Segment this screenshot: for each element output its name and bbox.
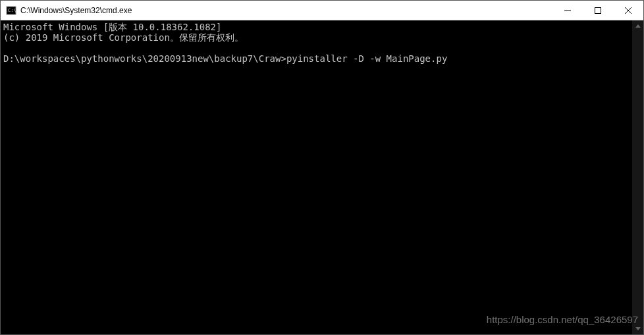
- svg-rect-3: [595, 7, 601, 13]
- typed-command: pyinstaller -D -w MainPage.py: [286, 53, 447, 64]
- prompt-path: D:\workspaces\pythonworks\20200913new\ba…: [3, 53, 286, 64]
- window-controls: [552, 1, 643, 20]
- maximize-button[interactable]: [583, 1, 613, 20]
- vertical-scrollbar[interactable]: [632, 20, 643, 334]
- window-title: C:\Windows\System32\cmd.exe: [20, 6, 552, 15]
- copyright-line: (c) 2019 Microsoft Corporation。保留所有权利。: [3, 32, 244, 43]
- titlebar[interactable]: C:\ C:\Windows\System32\cmd.exe: [1, 1, 643, 20]
- cmd-icon: C:\: [6, 5, 16, 16]
- scroll-up-arrow[interactable]: [632, 20, 643, 32]
- minimize-button[interactable]: [552, 1, 583, 20]
- svg-marker-7: [635, 327, 641, 330]
- svg-marker-6: [635, 24, 641, 28]
- cmd-window: C:\ C:\Windows\System32\cmd.exe Microsof…: [0, 0, 644, 335]
- version-line: Microsoft Windows [版本 10.0.18362.1082]: [3, 22, 221, 32]
- scroll-down-arrow[interactable]: [632, 323, 643, 334]
- svg-text:C:\: C:\: [8, 8, 16, 13]
- close-button[interactable]: [613, 1, 643, 20]
- console-area[interactable]: Microsoft Windows [版本 10.0.18362.1082] (…: [1, 20, 643, 334]
- console-output[interactable]: Microsoft Windows [版本 10.0.18362.1082] (…: [1, 20, 632, 334]
